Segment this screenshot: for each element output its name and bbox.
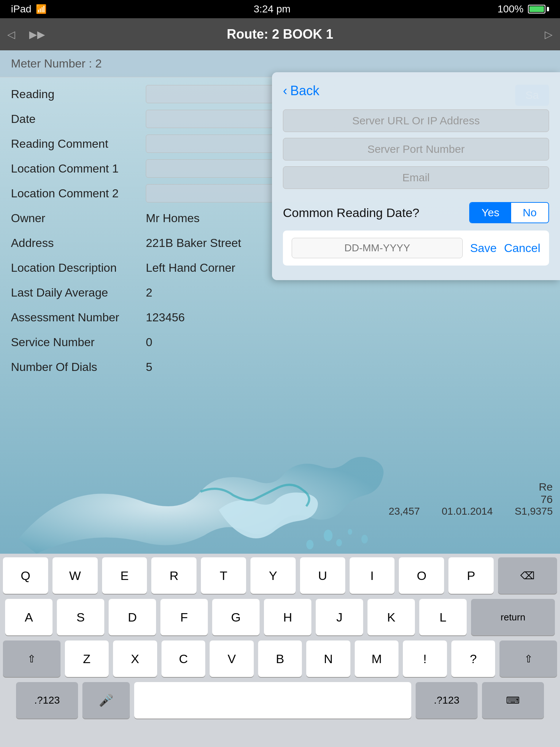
battery-icon [528,5,549,13]
key-n[interactable]: N [306,640,350,677]
key-w[interactable]: W [52,557,98,594]
key-h[interactable]: H [264,599,311,635]
key-m[interactable]: M [355,640,399,677]
key-e[interactable]: E [102,557,147,594]
battery-fill [529,6,544,12]
key-r[interactable]: R [151,557,197,594]
email-input[interactable] [283,166,549,189]
key-l[interactable]: L [419,599,467,635]
key-question[interactable]: ? [451,640,495,677]
keyboard-row-3: ⇧ Z X C V B N M ! ? ⇧ [3,640,557,677]
key-s[interactable]: S [57,599,104,635]
wifi-icon: 📶 [36,4,47,14]
battery-percent: 100% [497,3,524,15]
status-right: 100% [497,3,549,15]
main-content: Meter Number : 2 Sa Reading Date Reading… [0,50,560,554]
key-j[interactable]: J [316,599,363,635]
nav-right-button[interactable]: ▷ [545,28,553,40]
carrier-label: iPad [11,3,31,15]
key-z[interactable]: Z [65,640,109,677]
modal-panel: ‹ Back Common Reading Date? Yes No Save [272,72,560,280]
status-left: iPad 📶 [11,3,47,15]
key-t[interactable]: T [201,557,246,594]
key-q[interactable]: Q [3,557,48,594]
key-k[interactable]: K [368,599,415,635]
segmented-control: Yes No [469,202,549,223]
key-p[interactable]: P [448,557,494,594]
keyboard-row-1: Q W E R T Y U I O P ⌫ [3,557,557,594]
return-key[interactable]: return [471,599,555,635]
date-save-button[interactable]: Save [470,241,497,255]
key-b[interactable]: B [258,640,302,677]
keyboard-row-2: A S D F G H J K L return [3,599,557,635]
back-button[interactable]: Back [290,83,319,98]
server-port-input[interactable] [283,138,549,160]
delete-key[interactable]: ⌫ [498,557,557,594]
num-sym-right-key[interactable]: .?123 [416,682,478,719]
date-field-input[interactable] [292,238,463,258]
nav-back-button[interactable]: ◁ [7,28,15,40]
key-x[interactable]: X [113,640,157,677]
battery-tip [547,7,549,11]
key-u[interactable]: U [300,557,345,594]
nav-bar: ◁ ▶▶ Route: 2 BOOK 1 ▷ [0,18,560,50]
nav-title: Route: 2 BOOK 1 [227,27,333,42]
space-key[interactable] [134,682,411,719]
key-g[interactable]: G [212,599,260,635]
mic-key[interactable]: 🎤 [82,682,130,719]
key-c[interactable]: C [162,640,206,677]
key-a[interactable]: A [5,599,52,635]
back-chevron-icon: ‹ [283,83,287,98]
key-d[interactable]: D [109,599,156,635]
common-date-row: Common Reading Date? Yes No [283,202,549,223]
yes-button[interactable]: Yes [470,203,511,222]
key-f[interactable]: F [160,599,208,635]
keyboard-dismiss-key[interactable]: ⌨ [482,682,544,719]
key-y[interactable]: Y [250,557,296,594]
modal-back-row: ‹ Back [283,83,549,98]
common-date-label: Common Reading Date? [283,206,419,220]
key-exclaim[interactable]: ! [403,640,447,677]
status-bar: iPad 📶 3:24 pm 100% [0,0,560,18]
date-cancel-button[interactable]: Cancel [504,241,540,255]
battery-body [528,5,545,13]
nav-forward-button[interactable]: ▶▶ [29,28,45,40]
shift-right-key[interactable]: ⇧ [499,640,557,677]
server-url-input[interactable] [283,109,549,132]
date-input-row: Save Cancel [283,231,549,266]
key-o[interactable]: O [399,557,444,594]
no-button[interactable]: No [511,203,548,222]
status-time: 3:24 pm [254,3,291,15]
keyboard-row-4: .?123 🎤 .?123 ⌨ [3,682,557,719]
modal-overlay: ‹ Back Common Reading Date? Yes No Save [0,50,560,554]
key-v[interactable]: V [210,640,254,677]
keyboard: Q W E R T Y U I O P ⌫ A S D F G H J K L … [0,554,560,747]
num-sym-left-key[interactable]: .?123 [16,682,78,719]
shift-left-key[interactable]: ⇧ [3,640,61,677]
key-i[interactable]: I [350,557,395,594]
